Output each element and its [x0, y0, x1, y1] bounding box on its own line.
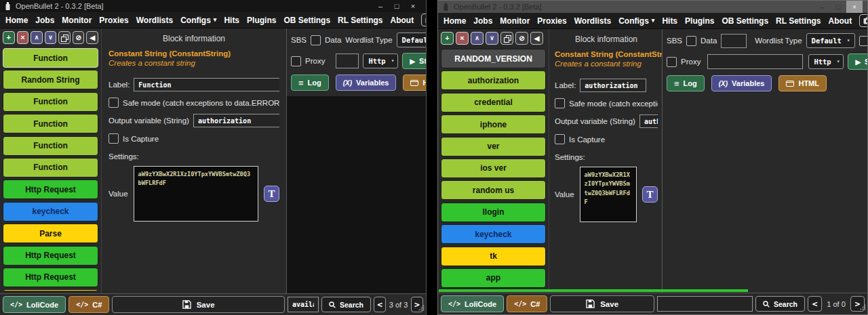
sidebar-block[interactable]: app	[441, 268, 546, 288]
sidebar-block[interactable]: Http Request	[3, 268, 98, 287]
proxy-input[interactable]	[336, 54, 359, 68]
screenshot-button[interactable]	[421, 14, 426, 26]
label-input[interactable]	[580, 79, 646, 92]
disable-block-button[interactable]: ⊘	[515, 32, 528, 45]
safe-mode-checkbox[interactable]	[108, 98, 119, 108]
undo-button[interactable]: ◀	[530, 32, 543, 45]
output-variable-input[interactable]	[193, 114, 279, 127]
menu-item-configs[interactable]: Configs ▾	[618, 16, 654, 26]
menu-item-about[interactable]: About	[391, 16, 414, 25]
persist-log-checkbox[interactable]	[859, 36, 867, 46]
save-button[interactable]: Save	[550, 295, 654, 312]
menu-item-monitor[interactable]: Monitor	[500, 16, 530, 26]
menu-item-jobs[interactable]: Jobs	[35, 16, 54, 25]
menu-item-ob-settings[interactable]: OB Settings	[722, 16, 768, 26]
sidebar-block[interactable]: Function	[3, 48, 98, 68]
log-button[interactable]: ≡ Log	[667, 75, 705, 91]
start-button[interactable]: ▶ Start	[848, 54, 867, 70]
maximize-button[interactable]: □	[830, 1, 846, 13]
menu-item-home[interactable]: Home	[443, 16, 466, 26]
move-down-button[interactable]: ∨	[45, 31, 57, 44]
close-button[interactable]: ×	[846, 1, 863, 13]
sidebar-block[interactable]: Parse	[3, 224, 98, 243]
move-down-button[interactable]: ∨	[486, 32, 498, 45]
sidebar-block[interactable]: RANDOM_VERSION	[441, 49, 546, 68]
data-input[interactable]	[721, 34, 747, 48]
proxy-checkbox[interactable]	[667, 57, 677, 67]
delete-block-button[interactable]: ×	[17, 31, 29, 44]
proxy-type-dropdown[interactable]: Http ▾	[363, 54, 398, 68]
add-block-button[interactable]: +	[441, 32, 454, 45]
sidebar-block[interactable]: iphone	[441, 114, 546, 134]
menu-item-rl-settings[interactable]: RL Settings	[338, 16, 382, 25]
search-button[interactable]: Search	[321, 297, 371, 312]
clone-block-button[interactable]	[58, 31, 71, 44]
proxy-checkbox[interactable]	[291, 56, 301, 66]
minimize-button[interactable]: –	[814, 1, 830, 13]
sidebar-block[interactable]: tk	[441, 247, 546, 266]
sidebar-block[interactable]: Http Request	[3, 246, 98, 266]
undo-button[interactable]: ◀	[86, 31, 98, 44]
menu-item-ob-settings[interactable]: OB Settings	[283, 16, 330, 25]
menu-item-rl-settings[interactable]: RL Settings	[776, 16, 821, 26]
titlebar[interactable]: OpenBullet 2 - 0.3.2 [Beta] – □ ×	[438, 1, 867, 13]
log-button[interactable]: ≡ Log	[291, 75, 329, 91]
sidebar-block[interactable]: llogin	[441, 203, 546, 222]
sidebar-block[interactable]: Function	[3, 92, 98, 112]
menu-item-hits[interactable]: Hits	[224, 16, 239, 25]
sbs-checkbox[interactable]	[311, 35, 321, 45]
proxy-type-dropdown[interactable]: Http ▾	[808, 54, 844, 69]
search-button[interactable]: Search	[755, 296, 805, 312]
safe-mode-checkbox[interactable]	[555, 98, 565, 108]
titlebar[interactable]: OpenBullet 2 - 0.3.2 [Beta] – □ ×	[0, 0, 426, 12]
variables-button[interactable]: (X) Variables	[336, 75, 397, 91]
menu-item-monitor[interactable]: Monitor	[62, 16, 92, 25]
resize-grip[interactable]	[860, 301, 866, 313]
sidebar-block[interactable]: random us	[441, 180, 546, 200]
tab-csharp[interactable]: </> C#	[68, 296, 109, 313]
label-input[interactable]	[134, 78, 279, 91]
log-search-input[interactable]	[288, 297, 319, 312]
wordlist-type-dropdown[interactable]: Default ▾	[397, 33, 426, 47]
wordlist-type-dropdown[interactable]: Default ▾	[806, 33, 855, 48]
prev-match-button[interactable]: <	[808, 296, 822, 312]
menu-item-plugins[interactable]: Plugins	[247, 16, 276, 25]
start-button[interactable]: ▶ Start	[402, 53, 426, 69]
menu-item-proxies[interactable]: Proxies	[99, 16, 128, 25]
tab-lolicode[interactable]: </> LoliCode	[441, 295, 504, 312]
add-block-button[interactable]: +	[3, 31, 15, 44]
resize-grip[interactable]	[418, 301, 425, 314]
text-mode-button[interactable]: T	[264, 186, 279, 202]
sidebar-block[interactable]: Function	[3, 158, 98, 177]
is-capture-checkbox[interactable]	[108, 133, 119, 144]
move-up-button[interactable]: ∧	[471, 32, 484, 45]
sidebar-block[interactable]: Http Request	[3, 180, 98, 199]
tab-lolicode[interactable]: </> LoliCode	[3, 296, 66, 313]
text-mode-button[interactable]: T	[642, 186, 658, 203]
sidebar-block[interactable]: keycheck	[3, 202, 98, 222]
minimize-button[interactable]: –	[372, 0, 389, 12]
menu-item-about[interactable]: About	[829, 16, 852, 26]
sidebar-block[interactable]: credential	[441, 93, 546, 112]
disable-block-button[interactable]: ⊘	[73, 31, 85, 44]
sbs-checkbox[interactable]	[686, 36, 696, 46]
is-capture-checkbox[interactable]	[555, 134, 565, 144]
sidebar-block[interactable]: authorization	[441, 70, 546, 90]
sidebar-block[interactable]	[3, 289, 98, 291]
menu-item-plugins[interactable]: Plugins	[685, 16, 714, 26]
menu-item-wordlists[interactable]: Wordlists	[136, 16, 173, 25]
menu-item-hits[interactable]: Hits	[662, 16, 677, 26]
sidebar-block[interactable]: Function	[3, 136, 98, 156]
save-button[interactable]: Save	[112, 296, 285, 313]
menu-item-configs[interactable]: Configs ▾	[180, 16, 216, 25]
menu-item-home[interactable]: Home	[5, 16, 28, 25]
value-textarea[interactable]: aW9zYXBwX2R1XzI0YTpxYWVBSmtwZ0Q3bWFLRFdF	[134, 166, 258, 222]
sidebar-block[interactable]: ios ver	[441, 159, 546, 178]
prev-match-button[interactable]: <	[374, 297, 386, 312]
clone-block-button[interactable]	[500, 32, 513, 45]
variables-button[interactable]: (X) Variables	[711, 75, 772, 91]
sidebar-block[interactable]: keycheck	[441, 224, 546, 244]
maximize-button[interactable]: □	[389, 0, 405, 12]
sidebar-block[interactable]: Random String	[3, 70, 98, 89]
html-button[interactable]: HTML	[403, 75, 426, 91]
